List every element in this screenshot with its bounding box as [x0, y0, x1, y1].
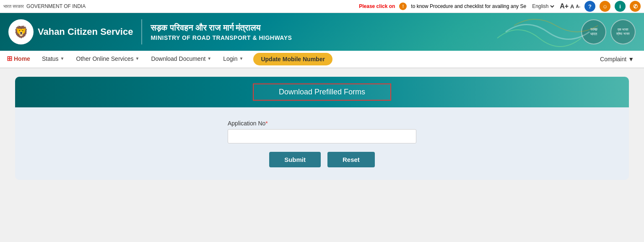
teal-banner: Download Prefilled Forms	[15, 77, 629, 107]
required-mark: *	[265, 120, 267, 127]
logo-area: 🦁 Vahan Citizen Service	[8, 19, 133, 44]
nav-download-document[interactable]: Download Document ▼	[145, 51, 217, 68]
form-section: Application No* Submit Reset	[15, 107, 629, 180]
nav-status-label: Status	[42, 55, 59, 62]
emblem-text: भारत सरकार	[3, 4, 24, 9]
brand-name: Vahan Citizen Service	[38, 26, 133, 37]
application-no-group: Application No*	[228, 120, 416, 143]
home-icon: ⊞	[7, 55, 12, 62]
form-actions: Submit Reset	[269, 152, 375, 167]
download-caret: ▼	[207, 56, 211, 61]
nav-status[interactable]: Status ▼	[36, 51, 70, 68]
nav-right: Complaint ▼	[594, 51, 640, 68]
reset-button[interactable]: Reset	[327, 152, 375, 167]
govt-name: GOVERNMENT OF INDIA	[26, 3, 86, 9]
top-bar-right: Please click on ! to know Procedure and …	[359, 1, 641, 12]
update-mobile-button[interactable]: Update Mobile Number	[253, 53, 332, 65]
font-large-btn[interactable]: A+	[560, 3, 569, 10]
top-bar-left: भारत सरकार GOVERNMENT OF INDIA	[3, 3, 86, 9]
nav-login[interactable]: Login ▼	[217, 51, 249, 68]
emblem-logo: 🦁	[8, 19, 34, 44]
status-caret: ▼	[60, 56, 65, 61]
english-title: MINISTRY OF ROAD TRANSPORT & HIGHWAYS	[151, 34, 292, 41]
nav-other-services[interactable]: Other Online Services ▼	[70, 51, 145, 68]
language-select[interactable]: English Hindi	[530, 3, 556, 10]
alert-icon[interactable]: !	[399, 3, 407, 10]
nav-home[interactable]: ⊞ Home	[4, 51, 36, 68]
navbar: ⊞ Home Status ▼ Other Online Services ▼ …	[0, 51, 644, 68]
submit-button[interactable]: Submit	[269, 152, 321, 167]
nav-other-services-label: Other Online Services	[76, 55, 134, 62]
user-icon[interactable]: ☺	[600, 1, 610, 12]
complaint-caret: ▼	[628, 56, 634, 62]
nav-complaint[interactable]: Complaint ▼	[594, 56, 640, 62]
nav-home-label: Home	[14, 55, 30, 62]
header-title: सड़क परिवहन और राज मार्ग मंत्रालय MINIST…	[151, 23, 292, 41]
other-services-caret: ▼	[135, 56, 139, 61]
header-right: स्वच्छभारत एक भारतश्रेष्ठ भारत	[581, 19, 636, 44]
application-no-label: Application No*	[228, 120, 268, 127]
nav-login-label: Login	[223, 55, 237, 62]
bharat-badge: एक भारतश्रेष्ठ भारत	[610, 19, 636, 44]
header-divider	[141, 19, 142, 44]
top-bar: भारत सरकार GOVERNMENT OF INDIA Please cl…	[0, 0, 644, 13]
login-caret: ▼	[239, 56, 244, 61]
hindi-title: सड़क परिवहन और राज मार्ग मंत्रालय	[151, 23, 292, 33]
font-medium-btn[interactable]: A	[570, 3, 574, 10]
main-content: Download Prefilled Forms Application No*…	[8, 77, 636, 180]
banner-title: Download Prefilled Forms	[253, 83, 391, 101]
alert-suffix: to know Procedure and checklist for avai…	[411, 3, 526, 9]
brand-name-block: Vahan Citizen Service	[38, 26, 133, 37]
nav-download-label: Download Document	[151, 55, 205, 62]
application-no-input[interactable]	[228, 129, 416, 143]
alert-text: Please click on	[359, 3, 395, 9]
font-controls: A+ A A-	[560, 3, 580, 10]
help-icon[interactable]: ?	[584, 1, 595, 12]
phone-icon[interactable]: ✆	[630, 1, 641, 12]
swachh-badge: स्वच्छभारत	[581, 19, 606, 44]
nav-complaint-label: Complaint	[600, 56, 626, 62]
font-small-btn[interactable]: A-	[576, 4, 580, 9]
site-header: 🦁 Vahan Citizen Service सड़क परिवहन और र…	[0, 13, 644, 51]
info-icon[interactable]: i	[615, 1, 626, 12]
